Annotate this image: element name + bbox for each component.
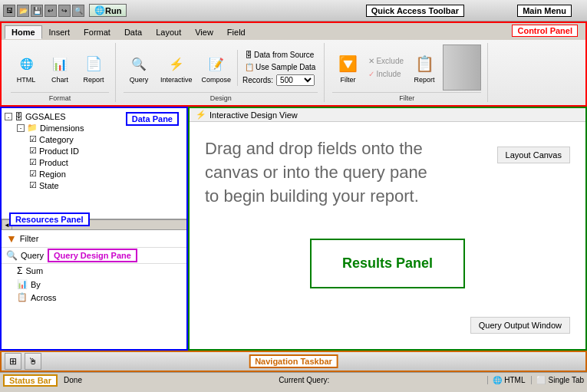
field-icon-region: ☑ bbox=[29, 169, 37, 179]
root-expander[interactable]: - bbox=[5, 113, 12, 120]
query-design-pane-label: Query Design Pane bbox=[48, 249, 137, 262]
query-icon: 🔍 bbox=[127, 51, 151, 76]
query-children: Σ Sum 📊 By 📋 Across bbox=[2, 264, 186, 304]
field-icon-product: ☑ bbox=[29, 157, 37, 167]
ribbon-tabs: Home Insert Format Data Layout View Fiel… bbox=[2, 23, 585, 40]
include-icon: ✓ bbox=[368, 70, 374, 78]
region-label: Region bbox=[39, 170, 66, 179]
data-pane-label: Data Pane bbox=[126, 112, 179, 126]
compose-button[interactable]: 📝 Compose bbox=[199, 50, 235, 85]
report-label: Report bbox=[83, 76, 104, 84]
filter-row-label: Filter bbox=[20, 234, 38, 243]
run-label: Run bbox=[105, 6, 121, 15]
navigation-taskbar: ⊞ 🖱 Navigation Taskbar bbox=[0, 351, 587, 372]
sigma-icon: Σ bbox=[17, 265, 22, 276]
tree-region[interactable]: ☑ Region bbox=[29, 168, 183, 180]
field-icon-product-id: ☑ bbox=[29, 146, 37, 156]
tab-field[interactable]: Field bbox=[220, 25, 252, 39]
nav-btn-1[interactable]: ⊞ bbox=[5, 353, 21, 370]
product-label: Product bbox=[39, 158, 68, 167]
tree-root-label: GGSALES bbox=[25, 112, 66, 121]
exclude-icon: ✕ bbox=[368, 57, 374, 65]
sample-icon: 📋 bbox=[245, 63, 254, 71]
quick-access-toolbar: 🖫 📂 💾 ↩ ↪ 🔍 🌐 Run Quick Access Toolbar M… bbox=[0, 0, 587, 21]
layout-canvas-button[interactable]: Layout Canvas bbox=[497, 147, 570, 163]
html-button[interactable]: 🌐 HTML bbox=[11, 50, 41, 85]
run-icon: 🌐 bbox=[94, 5, 105, 15]
records-select[interactable]: 500 100 1000 bbox=[276, 74, 315, 86]
report-r-label: Report bbox=[414, 76, 435, 84]
query-child-by[interactable]: 📊 By bbox=[17, 278, 186, 291]
qa-icon-5[interactable]: ↪ bbox=[58, 5, 71, 17]
html-status-label: HTML bbox=[504, 376, 525, 384]
query-output-button[interactable]: Query Output Window bbox=[470, 317, 570, 334]
query-area: ▼ Filter 🔍 Query Query Design Pane Σ Sum… bbox=[2, 230, 186, 349]
folder-icon: 📁 bbox=[27, 123, 38, 133]
qa-icon-2[interactable]: 📂 bbox=[17, 5, 29, 17]
product-id-label: Product ID bbox=[39, 147, 79, 156]
interactive-button[interactable]: ⚡ Interactive bbox=[157, 50, 196, 85]
exclude-button[interactable]: ✕ Exclude bbox=[366, 56, 406, 66]
data-from-source-button[interactable]: 🗄 Data from Source bbox=[242, 50, 318, 60]
interactive-icon: ⚡ bbox=[164, 51, 189, 76]
tab-data[interactable]: Data bbox=[117, 25, 149, 39]
by-icon: 📊 bbox=[17, 279, 28, 289]
field-icon-state: ☑ bbox=[29, 180, 37, 190]
query-row-label: Query bbox=[21, 251, 44, 260]
ribbon-group-design: 🔍 Query ⚡ Interactive 📝 Compose 🗄 Data f… bbox=[117, 43, 325, 102]
filter-icon: 🔽 bbox=[335, 51, 360, 76]
qa-icon-4[interactable]: ↩ bbox=[45, 5, 57, 17]
qa-icon-3[interactable]: 💾 bbox=[31, 5, 43, 17]
dim-expander[interactable]: - bbox=[17, 124, 25, 132]
design-group-label: Design bbox=[124, 92, 318, 102]
tab-layout[interactable]: Layout bbox=[149, 25, 188, 39]
status-single-tab: ⬜ Single Tab bbox=[531, 376, 584, 384]
tree-state[interactable]: ☑ State bbox=[29, 180, 183, 191]
design-view-title: ⚡ Interactive Design View bbox=[190, 108, 585, 122]
tab-home[interactable]: Home bbox=[5, 25, 42, 39]
ribbon-group-format: 🌐 HTML 📊 Chart 📄 Report Format bbox=[5, 43, 116, 102]
tab-status-label: Single Tab bbox=[548, 376, 584, 384]
nav-btn-2[interactable]: 🖱 bbox=[25, 353, 41, 370]
report-r-button[interactable]: 📋 Report bbox=[409, 50, 440, 85]
status-done: Done bbox=[58, 376, 272, 384]
data-pane: Data Pane - 🗄 GGSALES - 📁 Dimensions ☑ bbox=[2, 108, 186, 219]
tree-category[interactable]: ☑ Category bbox=[29, 133, 183, 145]
tab-format[interactable]: Format bbox=[77, 25, 117, 39]
tree-product[interactable]: ☑ Product bbox=[29, 156, 183, 168]
exclude-label: Exclude bbox=[376, 57, 404, 65]
compose-label: Compose bbox=[202, 76, 232, 84]
run-button[interactable]: 🌐 Run bbox=[89, 4, 127, 17]
tab-insert[interactable]: Insert bbox=[42, 25, 77, 39]
qa-icon-6[interactable]: 🔍 bbox=[72, 5, 84, 17]
quick-access-toolbar-label: Quick Access Toolbar bbox=[366, 5, 464, 17]
control-panel-label: Control Panel bbox=[512, 25, 578, 37]
include-label: Include bbox=[376, 70, 401, 78]
main-menu-label: Main Menu bbox=[517, 5, 572, 17]
across-icon: 📋 bbox=[17, 292, 28, 302]
db-icon: 🗄 bbox=[15, 112, 23, 121]
chart-button[interactable]: 📊 Chart bbox=[45, 50, 75, 85]
filter-buttons: 🔽 Filter ✕ Exclude ✓ Include 📋 Report bbox=[332, 43, 481, 92]
qa-icon-1[interactable]: 🖫 bbox=[3, 5, 15, 17]
design-view-title-label: Interactive Design View bbox=[209, 110, 298, 120]
filter-button[interactable]: 🔽 Filter bbox=[332, 50, 363, 85]
query-button[interactable]: 🔍 Query bbox=[124, 50, 154, 85]
status-html: 🌐 HTML bbox=[487, 376, 525, 384]
query-child-sum[interactable]: Σ Sum bbox=[17, 264, 186, 278]
tree-children: - 📁 Dimensions ☑ Category ☑ Product ID bbox=[5, 122, 183, 191]
report-button[interactable]: 📄 Report bbox=[78, 50, 109, 85]
query-label: Query bbox=[130, 76, 149, 84]
use-sample-data-button[interactable]: 📋 Use Sample Data bbox=[242, 62, 318, 72]
tree-product-id[interactable]: ☑ Product ID bbox=[29, 145, 183, 156]
data-from-source-label: Data from Source bbox=[254, 51, 314, 59]
query-child-across[interactable]: 📋 Across bbox=[17, 291, 186, 304]
field-icon-category: ☑ bbox=[29, 134, 37, 144]
tab-view[interactable]: View bbox=[188, 25, 220, 39]
by-label: By bbox=[31, 280, 41, 289]
include-button[interactable]: ✓ Include bbox=[366, 69, 406, 79]
results-panel-box[interactable]: Results Panel bbox=[310, 239, 465, 288]
category-label: Category bbox=[39, 135, 74, 144]
datasource-icon: 🗄 bbox=[245, 51, 252, 59]
filter-funnel-icon: ▼ bbox=[6, 232, 17, 245]
